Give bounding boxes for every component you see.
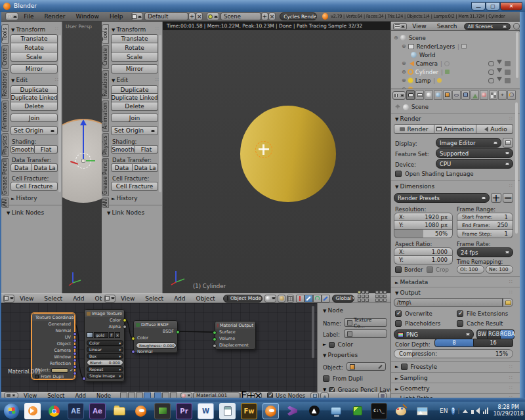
menu-render[interactable]: Render — [39, 13, 70, 20]
search-filter-icon[interactable] — [513, 23, 520, 30]
aspect-x-field[interactable]: X:1.000 — [394, 247, 453, 256]
file-extensions-row[interactable]: File Extensions — [457, 310, 508, 317]
panel-header-link-nodes[interactable]: Link Nodes — [7, 209, 44, 216]
aspect-y-field[interactable]: Y:1.000 — [394, 256, 453, 264]
interpolation-dropdown[interactable]: Linear▾ — [87, 346, 123, 352]
translate-button[interactable]: Translate — [10, 34, 58, 43]
panel-header-edit[interactable]: Edit — [112, 77, 128, 83]
flat-button[interactable]: Flat — [135, 145, 158, 154]
taskbar-blender-pinned-icon[interactable] — [133, 403, 149, 419]
set-origin-dropdown[interactable]: Set Origin — [111, 126, 158, 135]
osl-checkbox[interactable] — [395, 171, 402, 177]
panel-header-link-nodes[interactable]: Link Nodes — [107, 209, 144, 216]
feature-set-selector[interactable]: Supported — [436, 148, 513, 158]
render-presets-selector[interactable]: Render Presets — [394, 193, 490, 203]
node-diffuse-bsdf[interactable]: Diffuse BSDF BSDF Color Roughness: 0.000… — [133, 320, 178, 353]
data-button[interactable]: Data — [10, 163, 32, 172]
tray-network-icon[interactable] — [458, 408, 459, 414]
outliner-row-cylinder[interactable]: ⊕ Cylinder | — [391, 68, 520, 76]
outliner-row-scene[interactable]: ⊕ Scene — [391, 33, 520, 42]
rotate-button[interactable]: Rotate — [111, 43, 158, 52]
shelf-tab-tools[interactable]: Tools — [102, 24, 109, 44]
tray-action-center-icon[interactable]: ? — [452, 407, 454, 415]
extension-dropdown[interactable]: Repeat▾ — [87, 366, 123, 372]
color-checkbox[interactable] — [329, 342, 335, 348]
end-frame-field[interactable]: End Frame:250 — [457, 221, 513, 230]
file-format-selector[interactable]: PNG — [394, 329, 474, 339]
tab-render-layers[interactable] — [415, 90, 424, 100]
roughness-slider[interactable]: Roughness: 0.000 — [136, 343, 177, 348]
rotate-button[interactable]: Rotate — [10, 43, 58, 52]
scene-selector[interactable]: Scene — [220, 12, 261, 20]
resolution-percentage-slider[interactable]: 50% — [394, 230, 453, 238]
snap-grid-icon[interactable] — [287, 295, 294, 303]
tab-texture[interactable] — [489, 90, 497, 100]
panel-drag-dots[interactable]: ∷ — [509, 183, 513, 189]
editor-type-3dview-icon[interactable] — [104, 295, 116, 303]
manipulator-rotate-icon[interactable] — [313, 295, 322, 303]
start-frame-field[interactable]: Start Frame:1 — [457, 213, 513, 221]
tab-constraints[interactable] — [452, 90, 461, 100]
expander-icon[interactable]: ⊕ — [402, 69, 406, 75]
panel-drag-dots[interactable]: ∷ — [509, 375, 513, 381]
layout-delete-button[interactable]: × — [196, 12, 203, 20]
osl-row[interactable]: Open Shading Language — [395, 171, 474, 177]
object-picker-field[interactable] — [51, 368, 68, 373]
manipulator-translate-icon[interactable] — [296, 295, 304, 303]
taskbar-media-player-icon[interactable] — [24, 403, 41, 419]
blend-slider[interactable]: Blend:0.000 — [87, 360, 123, 366]
node-editor[interactable]: Texture Coordinate Generated Normal UV O… — [1, 303, 390, 392]
eye-icon[interactable] — [488, 61, 494, 66]
fake-user-button[interactable]: F — [109, 332, 114, 338]
panel-drag-dots[interactable]: ∷ — [509, 289, 513, 295]
menu-view[interactable]: View — [116, 295, 140, 302]
eye-icon[interactable] — [488, 78, 494, 83]
layout-selector[interactable]: Default — [144, 12, 188, 20]
panel-header-transform[interactable]: Transform — [11, 26, 45, 33]
frame-step-field[interactable]: Frame Step:1 — [457, 230, 513, 238]
placeholders-row[interactable]: Placeholders — [395, 320, 440, 327]
taskbar-fireworks-icon[interactable]: Fw — [241, 403, 257, 419]
pin-icon[interactable] — [395, 104, 400, 110]
menu-view[interactable]: View — [14, 295, 39, 302]
shelf-tab-create[interactable]: Create — [1, 45, 9, 69]
taskbar-explorer-icon[interactable] — [111, 403, 127, 419]
window-border-right[interactable] — [520, 12, 525, 402]
shelf-tab-relations[interactable]: Relations — [102, 70, 109, 99]
manipulator-scale-icon[interactable] — [322, 295, 330, 303]
image-selector-row[interactable]: gold F × — [87, 332, 120, 338]
taskbar-calculator-icon[interactable] — [219, 403, 236, 419]
editor-type-outliner-icon[interactable] — [393, 23, 407, 30]
menu-add[interactable]: Add — [169, 295, 190, 302]
taskbar-photo-viewer-icon[interactable] — [414, 403, 430, 419]
cache-result-checkbox[interactable] — [457, 320, 463, 327]
tab-render[interactable] — [406, 90, 415, 100]
pivot-dropdown[interactable] — [278, 295, 285, 303]
panel-header-transform[interactable]: Transform — [112, 26, 146, 33]
panel-drag-dots[interactable]: ∷ — [509, 279, 513, 285]
mode-selector[interactable]: Object Mode — [223, 295, 262, 303]
data-button[interactable]: Data — [111, 163, 133, 172]
menu-select[interactable]: Select — [39, 295, 68, 302]
compression-slider[interactable]: Compression:15% — [394, 349, 513, 358]
close-button[interactable]: ✕ — [500, 2, 522, 10]
resolution-x-field[interactable]: X:1920 px — [394, 213, 453, 221]
frame-rate-selector[interactable]: 24 fps — [457, 247, 513, 257]
placeholders-checkbox[interactable] — [395, 320, 402, 327]
duplicate-linked-button[interactable]: Duplicate Linked — [111, 94, 158, 102]
panel-header-history[interactable]: History — [11, 195, 37, 201]
tab-particles[interactable]: ✦ — [498, 90, 507, 100]
menu-file[interactable]: File — [18, 13, 39, 20]
shelf-tab-create[interactable]: Create — [102, 45, 109, 69]
duplicate-button[interactable]: Duplicate — [10, 85, 58, 94]
border-checkbox[interactable] — [395, 266, 402, 273]
sidebar-header-properties[interactable]: Properties — [323, 352, 358, 358]
resolution-y-field[interactable]: Y:1080 px — [394, 221, 453, 230]
eye-icon[interactable] — [488, 70, 494, 75]
object-picker[interactable] — [346, 362, 386, 371]
panel-header-metadata[interactable]: Metadata — [395, 279, 428, 285]
remap-new-field[interactable]: Ne: 100 — [486, 265, 513, 274]
expander-icon[interactable]: ⊕ — [402, 77, 406, 83]
rgb-button[interactable]: RGB — [488, 329, 501, 339]
taskbar-paint-icon[interactable] — [392, 403, 409, 419]
